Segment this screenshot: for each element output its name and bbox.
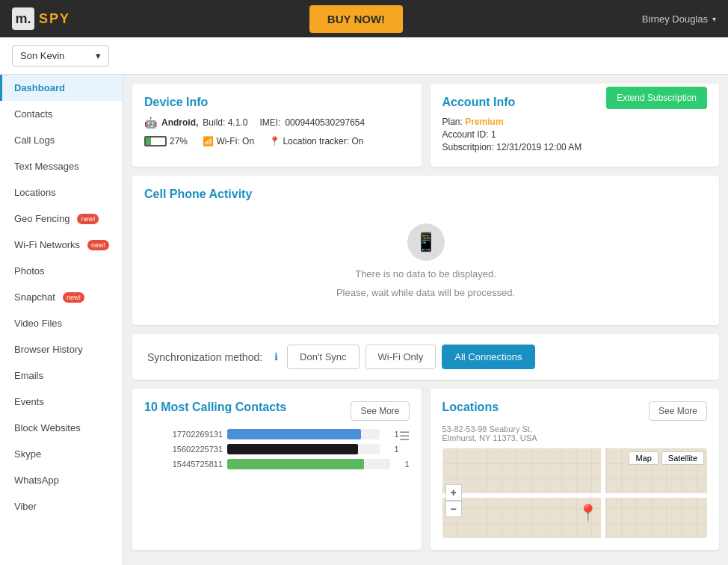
sidebar-label-emails: Emails [14,370,43,381]
battery-indicator: 27% [144,136,188,146]
device-os: Android, [161,117,198,128]
zoom-in-button[interactable]: + [445,484,462,501]
bar-fill-1 [227,444,358,454]
account-info-card: Account Info Extend Subscription Plan: P… [431,84,720,167]
sidebar-item-text-messages[interactable]: Text Messages [0,153,123,179]
bar-chart: 17702269131 1 15602225731 1 [144,429,410,469]
map-pin-icon: 📍 [578,504,598,523]
sidebar-label-wifi-networks: Wi-Fi Networks [14,239,80,250]
sync-info-icon[interactable]: ℹ [274,351,278,362]
sidebar-item-photos[interactable]: Photos [0,258,123,284]
subscription-label: Subscritpion: [442,142,494,152]
bar-label-0: 17702269131 [144,430,223,439]
sidebar-item-dashboard[interactable]: Dashboard [0,75,123,101]
location-label: Location tracker: [283,136,349,146]
sidebar-label-snapchat: Snapchat [14,291,55,303]
sidebar-label-viber: Viber [14,501,37,512]
sidebar-item-video-files[interactable]: Video Files [0,310,123,336]
wifi-icon: 📶 [203,136,214,146]
contacts-see-more-button[interactable]: See More [351,401,409,421]
location-pin-icon: 📍 [269,136,280,146]
location-addr2: Elmhurst, NY 11373, USA [442,433,537,442]
extend-subscription-button[interactable]: Extend Subscription [606,87,707,109]
account-id-row: Account ID: 1 [442,129,708,140]
selected-device-name: Son Kevin [20,50,64,61]
logo-icon: m. [12,7,34,30]
device-meta: 🤖 Android, Build: 4.1.0 IMEI: 0009440530… [144,117,410,129]
sidebar-item-locations[interactable]: Locations [0,179,123,206]
user-dropdown-icon: ▾ [712,15,716,23]
sidebar-item-whatsapp[interactable]: WhatsApp [0,467,123,493]
bar-row-1: 15602225731 1 [144,444,399,454]
android-icon: 🤖 [144,117,157,129]
sidebar-item-snapchat[interactable]: Snapchat new! [0,284,123,310]
account-details: Plan: Premium Account ID: 1 Subscritpion… [442,117,708,152]
device-info-card: Device Info 🤖 Android, Build: 4.1.0 IMEI… [132,84,422,167]
sidebar-label-video-files: Video Files [14,318,62,329]
locations-header: Locations See More [442,401,708,422]
sidebar-label-whatsapp: WhatsApp [14,475,59,486]
satellite-button[interactable]: Satellite [661,451,704,465]
badge-new-wifi: new! [87,240,109,250]
bottom-row: 10 Most Calling Contacts See More ☰ 1770… [132,389,719,550]
sidebar-item-viber[interactable]: Viber [0,493,123,519]
sidebar-item-emails[interactable]: Emails [0,362,123,389]
sidebar-item-geo-fencing[interactable]: Geo Fencing new! [0,206,123,232]
contacts-header: 10 Most Calling Contacts See More [144,401,410,422]
user-menu[interactable]: Birney Douglas ▾ [642,13,716,25]
sidebar-label-locations: Locations [14,187,56,198]
location-addr1: 53-82-53-98 Seabury St, [442,424,532,433]
sidebar-item-events[interactable]: Events [0,389,123,415]
map-road-horizontal [442,493,708,498]
bar-outer-2 [227,459,390,469]
bar-row-2: 15445725811 1 [144,459,410,469]
bar-count-0: 1 [384,430,399,439]
battery-pct: 27% [170,136,188,146]
map-button[interactable]: Map [629,451,658,465]
sidebar-label-browser-history: Browser History [14,344,83,355]
sidebar-item-block-websites[interactable]: Block Websites [0,415,123,441]
bar-row-0: 17702269131 1 [144,429,399,439]
device-info-title: Device Info [144,96,410,109]
buy-now-button[interactable]: BUY NOW! [309,5,403,33]
sync-card: Synchronization method: ℹ Don't Sync Wi-… [132,334,719,380]
device-selector[interactable]: Son Kevin ▾ [12,45,109,67]
badge-new-snapchat: new! [63,292,84,303]
device-build: Build: 4.1.0 [203,117,247,128]
zoom-out-button[interactable]: − [445,501,462,517]
activity-title: Cell Phone Activity [144,188,707,201]
location-value: On [351,136,363,146]
map-area: Map Satellite + − 📍 [442,448,708,538]
sync-wifi-only-button[interactable]: Wi-Fi Only [365,345,437,369]
imei-label: IMEI: [259,117,280,128]
map-controls: Map Satellite [629,451,704,465]
phone-icon: 📱 [407,223,445,261]
sidebar-label-contacts: Contacts [14,108,52,120]
sidebar-item-browser-history[interactable]: Browser History [0,336,123,362]
locations-title: Locations [442,401,499,414]
locations-see-more-button[interactable]: See More [649,401,707,421]
main-layout: Dashboard Contacts Call Logs Text Messag… [0,75,728,565]
sidebar-item-call-logs[interactable]: Call Logs [0,127,123,153]
activity-empty-line2: Please, wait while data will be processe… [336,287,515,298]
contacts-card: 10 Most Calling Contacts See More ☰ 1770… [132,389,422,550]
sync-all-connections-button[interactable]: All Connections [442,345,534,369]
plan-row: Plan: Premium [442,117,708,127]
main-content: Device Info 🤖 Android, Build: 4.1.0 IMEI… [123,75,728,565]
spy-label: SPY [39,11,70,27]
hamburger-icon[interactable]: ☰ [399,429,410,443]
map-zoom-controls: + − [445,484,462,517]
sync-dont-sync-button[interactable]: Don't Sync [287,345,359,369]
bar-label-2: 15445725811 [144,460,223,469]
sync-buttons: Don't Sync Wi-Fi Only All Connections [287,345,534,369]
sidebar-item-wifi-networks[interactable]: Wi-Fi Networks new! [0,232,123,258]
activity-empty-line1: There is no data to be displayed. [355,268,496,280]
bar-outer-1 [227,444,380,454]
subbar: Son Kevin ▾ [0,37,728,75]
sidebar: Dashboard Contacts Call Logs Text Messag… [0,75,123,565]
topnav: m. SPY BUY NOW! Birney Douglas ▾ [0,0,728,37]
sidebar-item-contacts[interactable]: Contacts [0,101,123,127]
sidebar-label-text-messages: Text Messages [14,161,79,172]
battery-fill [146,138,151,145]
sidebar-item-skype[interactable]: Skype [0,441,123,467]
